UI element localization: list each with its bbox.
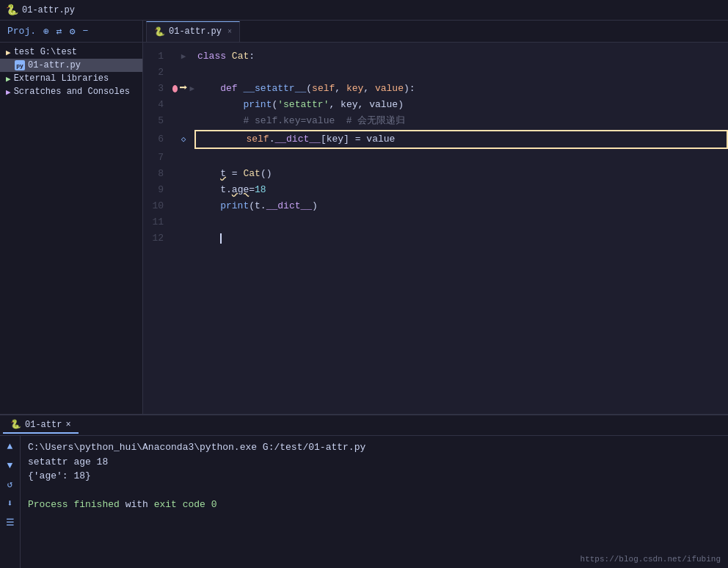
line-num-12: 12 — [143, 230, 172, 247]
code-line-1: 1 ▶ class Cat: — [143, 48, 728, 65]
scroll-up-button[interactable]: ▲ — [3, 439, 18, 454]
bottom-tab-bar: 🐍 01-attr × — [0, 415, 728, 436]
breakpoint-dot-3 — [172, 85, 178, 92]
bottom-tab-label: 01-attr — [25, 420, 62, 430]
code-line-9: 9 t.age=18 — [143, 182, 728, 198]
line-num-10: 10 — [143, 198, 172, 214]
output-line-2: {'age': 18} — [28, 469, 721, 484]
sidebar: Proj. ⊕ ⇄ ⚙ − ▶ test G:\test py 01-attr.… — [0, 21, 143, 414]
line-num-5: 5 — [143, 113, 172, 129]
line-num-9: 9 — [143, 182, 172, 198]
bottom-tab-01-attr[interactable]: 🐍 01-attr × — [3, 417, 79, 434]
bottom-left-toolbar: ▲ ▼ ↺ ⬇ ☰ — [0, 436, 21, 568]
sidebar-item-external-libs[interactable]: ▶ External Libraries — [0, 72, 142, 85]
line-num-11: 11 — [143, 214, 172, 230]
line-content-9: t.age=18 — [194, 182, 728, 198]
scroll-down-button[interactable]: ▼ — [3, 458, 18, 473]
line-content-12 — [194, 230, 728, 247]
output-line-4: Process finished with exit code 0 — [28, 498, 721, 512]
fold-icon-3: ▶ — [189, 81, 194, 97]
title-bar-filename: 01-attr.py — [22, 5, 75, 15]
add-icon[interactable]: ⊕ — [42, 24, 51, 39]
line-num-3: 3 — [143, 81, 172, 97]
sidebar-item-test-folder[interactable]: ▶ test G:\test — [0, 45, 142, 59]
rerun-button[interactable]: ↺ — [3, 477, 18, 492]
gutter-6: ◇ — [172, 131, 194, 148]
settings-terminal-button[interactable]: ☰ — [3, 515, 18, 530]
bottom-panel: 🐍 01-attr × ▲ ▼ ↺ ⬇ ☰ C:\Users\python_hu… — [0, 414, 728, 568]
line-num-2: 2 — [143, 65, 172, 81]
code-lines: 1 ▶ class Cat: 2 3 — [143, 48, 728, 247]
output-line-0: C:\Users\python_hui\Anaconda3\python.exe… — [28, 440, 721, 455]
gutter-3: ⮕ ▶ — [172, 81, 194, 97]
line-num-6: 6 — [143, 131, 172, 148]
proj-label: Proj. — [6, 24, 37, 38]
line-num-8: 8 — [143, 166, 172, 182]
sidebar-file-label: 01-attr.py — [28, 60, 81, 70]
output-line-3 — [28, 484, 721, 498]
fold-icon-1: ▶ — [181, 48, 186, 65]
stop-button[interactable]: ⬇ — [3, 496, 18, 511]
text-cursor — [220, 233, 222, 244]
tab-close-button[interactable]: × — [228, 28, 232, 36]
close-sidebar-icon[interactable]: − — [81, 24, 90, 38]
line-content-6: self.__dict__[key] = value — [194, 130, 728, 149]
gutter-1: ▶ — [172, 48, 194, 65]
tab-python-icon: 🐍 — [154, 26, 165, 37]
line-content-4: print('setattr', key, value) — [194, 97, 728, 113]
bookmark-icon-6: ◇ — [181, 131, 186, 148]
ext-libs-icon: ▶ — [6, 74, 11, 84]
line-content-1: class Cat: — [194, 48, 728, 65]
bottom-content-area: ▲ ▼ ↺ ⬇ ☰ C:\Users\python_hui\Anaconda3\… — [0, 436, 728, 568]
editor-tab-bar: 🐍 01-attr.py × — [143, 21, 728, 43]
sidebar-item-01-attr[interactable]: py 01-attr.py — [0, 59, 142, 72]
sidebar-ext-label: External Libraries — [14, 73, 109, 84]
output-line-1: setattr age 18 — [28, 455, 721, 470]
line-content-5: # self.key=value # 会无限递归 — [194, 113, 728, 129]
sidebar-folder-label: test G:\test — [14, 47, 77, 57]
python-file-icon: py — [15, 60, 25, 70]
code-line-10: 10 print(t.__dict__) — [143, 198, 728, 214]
line-num-1: 1 — [143, 48, 172, 65]
title-bar-python-icon: 🐍 — [6, 4, 18, 16]
line-num-4: 4 — [143, 97, 172, 113]
editor-area: 🐍 01-attr.py × 1 ▶ class Cat: — [143, 21, 728, 414]
line-content-8: t = Cat() — [194, 166, 728, 182]
code-line-8: 8 t = Cat() — [143, 166, 728, 182]
code-line-2: 2 — [143, 65, 728, 81]
sidebar-item-scratches[interactable]: ▶ Scratches and Consoles — [0, 85, 142, 98]
sync-icon[interactable]: ⇄ — [55, 24, 64, 39]
bottom-tab-close[interactable]: × — [65, 420, 70, 430]
code-line-5: 5 # self.key=value # 会无限递归 — [143, 113, 728, 129]
breakpoint-arrow-3: ⮕ — [179, 81, 188, 97]
terminal-output: C:\Users\python_hui\Anaconda3\python.exe… — [21, 436, 728, 568]
code-line-6: 6 ◇ self.__dict__[key] = value — [143, 129, 728, 150]
line-num-7: 7 — [143, 150, 172, 166]
main-layout: Proj. ⊕ ⇄ ⚙ − ▶ test G:\test py 01-attr.… — [0, 21, 728, 568]
sidebar-scratches-label: Scratches and Consoles — [14, 87, 130, 97]
tab-filename: 01-attr.py — [169, 26, 222, 37]
code-line-7: 7 — [143, 150, 728, 166]
code-editor[interactable]: 1 ▶ class Cat: 2 3 — [143, 43, 728, 414]
code-line-11: 11 — [143, 214, 728, 230]
sidebar-content: ▶ test G:\test py 01-attr.py ▶ External … — [0, 43, 142, 414]
sidebar-toolbar: Proj. ⊕ ⇄ ⚙ − — [0, 21, 142, 43]
code-line-12: 12 — [143, 230, 728, 247]
settings-icon[interactable]: ⚙ — [68, 24, 77, 39]
scratches-icon: ▶ — [6, 87, 11, 97]
terminal-url: https://blog.csdn.net/ifubing — [580, 555, 721, 564]
top-area: Proj. ⊕ ⇄ ⚙ − ▶ test G:\test py 01-attr.… — [0, 21, 728, 414]
code-line-3: 3 ⮕ ▶ def __setattr__(self, key, value): — [143, 81, 728, 97]
bottom-tab-python-icon: 🐍 — [10, 419, 21, 430]
editor-tab-01-attr[interactable]: 🐍 01-attr.py × — [146, 21, 240, 42]
folder-icon: ▶ — [6, 48, 11, 57]
line-content-3: def __setattr__(self, key, value): — [194, 81, 728, 97]
line-content-10: print(t.__dict__) — [194, 198, 728, 214]
code-line-4: 4 print('setattr', key, value) — [143, 97, 728, 113]
title-bar: 🐍 01-attr.py — [0, 0, 728, 21]
